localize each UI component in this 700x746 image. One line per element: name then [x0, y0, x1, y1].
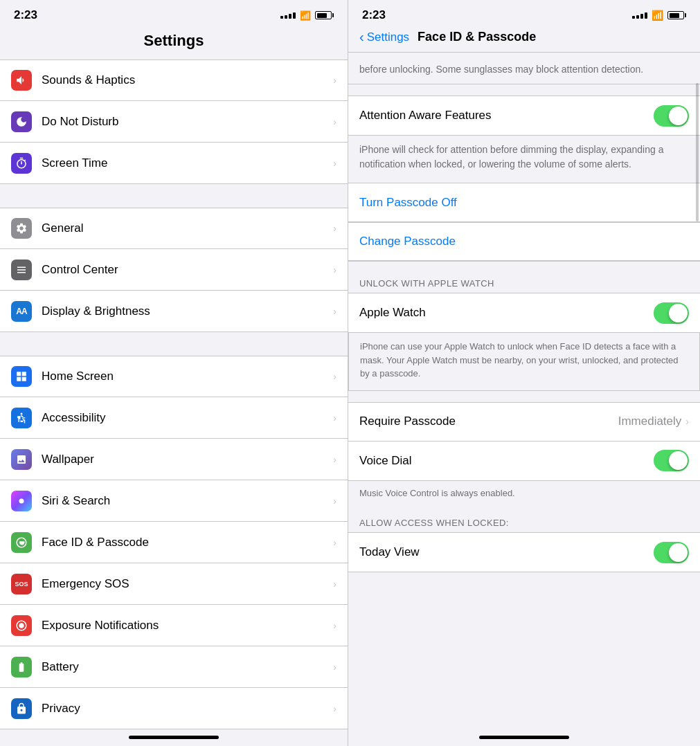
display-label: Display & Brightness — [42, 304, 330, 318]
siri-label: Siri & Search — [42, 494, 330, 508]
left-status-bar: 2:23 📶 — [0, 0, 348, 26]
screentime-label: Screen Time — [42, 156, 330, 170]
sidebar-item-faceid[interactable]: Face ID & Passcode › — [0, 522, 348, 563]
change-passcode-row[interactable]: Change Passcode — [348, 222, 700, 261]
settings-section-1: Sounds & Haptics › Do Not Disturb › Scre… — [0, 60, 348, 184]
battery-label: Battery — [42, 660, 330, 674]
right-battery-icon — [667, 11, 686, 19]
screentime-icon — [11, 153, 32, 174]
dnd-icon — [11, 111, 32, 132]
signal-icon — [280, 12, 296, 19]
right-nav: ‹ Settings Face ID & Passcode — [348, 26, 700, 53]
apple-watch-toggle[interactable] — [654, 302, 689, 324]
today-view-toggle-thumb — [669, 543, 688, 562]
turn-passcode-off-row[interactable]: Turn Passcode Off — [348, 183, 700, 222]
top-description-text: before unlocking. Some sunglasses may bl… — [348, 53, 700, 84]
faceid-icon — [11, 532, 32, 553]
back-label: Settings — [367, 30, 409, 44]
right-panel: 2:23 📶 ‹ Settings Face ID & Passcode — [348, 0, 700, 746]
right-status-icons: 📶 — [632, 10, 686, 21]
require-passcode-value: Immediately — [618, 415, 682, 428]
sos-icon: SOS — [11, 574, 32, 594]
sidebar-item-screentime[interactable]: Screen Time › — [0, 143, 348, 184]
require-passcode-label: Require Passcode — [359, 415, 618, 428]
voice-dial-subtext: Music Voice Control is always enabled. — [348, 481, 700, 510]
right-status-bar: 2:23 📶 — [348, 0, 700, 26]
back-button[interactable]: ‹ Settings — [359, 29, 409, 45]
allow-access-header: ALLOW ACCESS WHEN LOCKED: — [348, 512, 700, 532]
back-chevron-icon: ‹ — [359, 29, 364, 45]
sidebar-item-display[interactable]: AA Display & Brightness › — [0, 291, 348, 332]
sidebar-item-exposure[interactable]: Exposure Notifications › — [0, 605, 348, 646]
sidebar-item-controlcenter[interactable]: Control Center › — [0, 249, 348, 291]
battery-chevron: › — [333, 662, 336, 673]
passcode-section: Turn Passcode Off Change Passcode — [348, 183, 700, 262]
dnd-chevron: › — [333, 116, 336, 127]
svg-point-1 — [19, 498, 24, 503]
today-view-row: Today View — [348, 533, 700, 572]
dnd-label: Do Not Disturb — [42, 115, 330, 129]
sidebar-item-privacy[interactable]: Privacy › — [0, 688, 348, 729]
settings-section-3: Home Screen › Accessibility › Wallpaper … — [0, 356, 348, 729]
wallpaper-icon — [11, 449, 32, 470]
sidebar-item-emergencysos[interactable]: SOS Emergency SOS › — [0, 563, 348, 605]
display-icon: AA — [11, 301, 32, 322]
left-time: 2:23 — [14, 8, 37, 22]
sidebar-item-accessibility[interactable]: Accessibility › — [0, 397, 348, 439]
right-wifi-icon: 📶 — [652, 10, 663, 21]
change-passcode-label: Change Passcode — [359, 235, 456, 248]
voice-dial-toggle[interactable] — [654, 450, 689, 471]
sidebar-item-battery[interactable]: Battery › — [0, 646, 348, 688]
apple-watch-label: Apple Watch — [359, 306, 654, 320]
voice-dial-label: Voice Dial — [359, 454, 654, 468]
sounds-chevron: › — [333, 75, 336, 86]
today-view-toggle[interactable] — [654, 542, 689, 563]
right-time: 2:23 — [362, 8, 386, 22]
accessibility-chevron: › — [333, 412, 336, 424]
faceid-label: Face ID & Passcode — [42, 536, 330, 549]
wifi-icon: 📶 — [300, 10, 311, 21]
wallpaper-label: Wallpaper — [42, 453, 330, 466]
turn-passcode-off-label: Turn Passcode Off — [359, 196, 457, 210]
attention-section: Attention Aware Features — [348, 95, 700, 136]
attention-aware-row: Attention Aware Features — [348, 96, 700, 135]
today-view-label: Today View — [359, 545, 654, 559]
left-status-icons: 📶 — [280, 10, 334, 21]
sidebar-item-siri[interactable]: Siri & Search › — [0, 480, 348, 522]
svg-point-0 — [21, 412, 23, 415]
gap-1 — [0, 184, 348, 208]
apple-watch-section-header: UNLOCK WITH APPLE WATCH — [348, 273, 700, 293]
require-passcode-row[interactable]: Require Passcode Immediately › — [348, 403, 700, 442]
apple-watch-desc: iPhone can use your Apple Watch to unloc… — [348, 333, 700, 391]
controlcenter-icon — [11, 260, 32, 280]
right-signal-icon — [632, 12, 647, 19]
sidebar-item-general[interactable]: General › — [0, 208, 348, 249]
attention-aware-toggle[interactable] — [654, 105, 689, 127]
right-scrollbar — [696, 83, 699, 221]
siri-chevron: › — [333, 495, 336, 507]
privacy-chevron: › — [333, 703, 336, 714]
sounds-label: Sounds & Haptics — [42, 73, 330, 87]
sidebar-item-sounds[interactable]: Sounds & Haptics › — [0, 60, 348, 101]
controlcenter-chevron: › — [333, 264, 336, 275]
sidebar-item-homescreen[interactable]: Home Screen › — [0, 356, 348, 397]
toggle-thumb — [669, 107, 688, 125]
wallpaper-chevron: › — [333, 454, 336, 465]
general-chevron: › — [333, 223, 336, 234]
display-chevron: › — [333, 306, 336, 317]
left-page-title: Settings — [0, 26, 348, 60]
sos-chevron: › — [333, 579, 336, 590]
apple-watch-toggle-thumb — [669, 304, 688, 322]
settings-section-2: General › Control Center › AA Display & … — [0, 208, 348, 332]
general-icon — [11, 218, 32, 239]
screentime-chevron: › — [333, 158, 336, 169]
sidebar-item-donotdisturb[interactable]: Do Not Disturb › — [0, 101, 348, 143]
gap-2 — [0, 332, 348, 356]
apple-watch-row: Apple Watch — [348, 293, 700, 332]
attention-aware-label: Attention Aware Features — [359, 109, 654, 122]
accessibility-icon — [11, 408, 32, 428]
controlcenter-label: Control Center — [42, 263, 330, 277]
left-panel: 2:23 📶 Settings — [0, 0, 348, 746]
exposure-label: Exposure Notifications — [42, 619, 330, 633]
sidebar-item-wallpaper[interactable]: Wallpaper › — [0, 439, 348, 480]
